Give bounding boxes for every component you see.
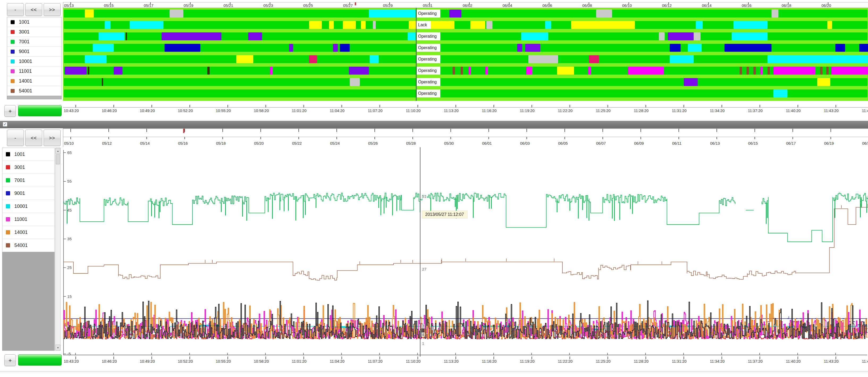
gantt-row-9001[interactable]: [64, 44, 867, 52]
date-tick: [412, 129, 413, 132]
gantt-row-1001[interactable]: [64, 9, 867, 18]
trend-zoom-plus-button[interactable]: +: [4, 354, 16, 366]
legend-item-1001[interactable]: 1001: [7, 17, 61, 27]
time-label: 10:46:20: [102, 359, 117, 364]
gantt-legend-scrollbar[interactable]: [7, 96, 62, 99]
gantt-segment: [329, 21, 334, 29]
gantt-row-10001[interactable]: [64, 55, 867, 63]
gantt-date-ruler[interactable]: 05/1305/1505/1705/1905/2105/2305/2505/27…: [63, 2, 868, 8]
time-tick: [684, 105, 684, 107]
gantt-collapse-button[interactable]: -: [7, 3, 24, 16]
gantt-range-bar[interactable]: [18, 105, 62, 116]
legend-item-label: 1001: [14, 151, 25, 157]
legend-item-3001[interactable]: 3001: [2, 161, 55, 174]
trend-scroll-right-button[interactable]: >>: [43, 130, 61, 146]
cursor-value-label: 1: [422, 341, 425, 346]
legend-item-9001[interactable]: 9001: [2, 187, 55, 200]
date-label: 06/09: [634, 141, 644, 145]
legend-item-3001[interactable]: 3001: [7, 27, 61, 37]
gantt-cursor-line[interactable]: [416, 8, 416, 101]
trend-chart[interactable]: [63, 147, 868, 356]
gantt-segment: [588, 67, 591, 75]
trend-collapse-button[interactable]: -: [7, 130, 24, 146]
legend-color-swatch: [11, 89, 14, 93]
time-tick: [456, 105, 456, 107]
scrollbar-thumb[interactable]: [56, 154, 60, 164]
gantt-segment: [724, 44, 771, 52]
time-label: 11:10:20: [406, 359, 421, 364]
gantt-segment: [470, 21, 485, 29]
date-tick-minor: [184, 137, 185, 139]
gantt-row-7001[interactable]: [64, 32, 867, 40]
gantt-segment: [453, 67, 455, 75]
scrollbar-down-button[interactable]: ▼: [56, 345, 60, 350]
gantt-segment: [340, 44, 350, 52]
legend-item-7001[interactable]: 7001: [2, 174, 55, 187]
legend-item-label: 10001: [19, 59, 32, 64]
date-tick: [451, 129, 451, 132]
gantt-scroll-left-button[interactable]: <<: [25, 3, 42, 16]
trend-scroll-left-button[interactable]: <<: [25, 130, 42, 146]
legend-item-label: 9001: [14, 191, 25, 196]
time-tick: [75, 356, 76, 359]
gantt-segment: [370, 55, 379, 63]
window-bottom-edge2: [0, 373, 868, 373]
legend-item-7001[interactable]: 7001: [7, 37, 61, 47]
date-tick-minor: [526, 137, 527, 139]
date-label: 06/05: [558, 141, 568, 145]
scrollbar-up-button[interactable]: ▲: [56, 148, 60, 154]
gantt-segment: [88, 67, 89, 75]
time-label: 11:10:20: [406, 109, 421, 113]
time-label: 11:31:20: [672, 359, 686, 364]
gantt-segment: [486, 21, 493, 29]
gantt-row-11001[interactable]: [64, 67, 867, 75]
legend-item-label: 7001: [14, 178, 25, 183]
legend-item-9001[interactable]: 9001: [7, 47, 61, 57]
legend-item-11001[interactable]: 11001: [2, 213, 55, 226]
gantt-row-3001[interactable]: [64, 21, 867, 29]
date-tick: [754, 129, 755, 132]
legend-color-swatch: [6, 152, 10, 157]
date-tick-minor: [147, 137, 147, 139]
legend-item-54001[interactable]: 54001: [2, 239, 55, 252]
date-tick-minor: [793, 137, 793, 139]
gantt-status-label: Operating: [417, 9, 440, 18]
legend-item-11001[interactable]: 11001: [7, 66, 61, 76]
time-tick: [227, 105, 228, 107]
date-label: 06/19: [824, 141, 834, 145]
trend-cursor-line[interactable]: [420, 147, 421, 356]
time-label: 11:43:20: [824, 359, 838, 364]
gantt-segment: [469, 67, 471, 75]
gantt-segment: [734, 21, 768, 29]
legend-item-14001[interactable]: 14001: [2, 226, 55, 239]
gantt-segment: [373, 21, 376, 29]
trend-range-bar[interactable]: [18, 354, 62, 366]
date-tick-minor: [260, 137, 261, 139]
legend-item-10001[interactable]: 10001: [2, 200, 55, 213]
trend-legend-filler: [2, 252, 55, 351]
legend-item-1001[interactable]: 1001: [2, 148, 55, 161]
trend-time-axis: 10:43:2010:46:2010:49:2010:52:2010:55:20…: [63, 356, 868, 365]
legend-item-10001[interactable]: 10001: [7, 57, 61, 66]
gantt-chart[interactable]: OperatingLackOperatingOperatingOperating…: [63, 8, 868, 101]
trend-legend-scrollbar[interactable]: ▲ ▼: [55, 148, 61, 351]
date-tick-minor: [374, 137, 375, 139]
time-tick: [417, 105, 418, 107]
gantt-row-14001[interactable]: [64, 78, 867, 86]
date-tick: [184, 129, 185, 132]
gantt-scroll-right-button[interactable]: >>: [43, 3, 61, 16]
legend-item-14001[interactable]: 14001: [7, 76, 61, 86]
time-label: 10:58:20: [254, 109, 269, 113]
time-label: 10:49:20: [140, 109, 155, 113]
legend-item-label: 3001: [19, 29, 30, 35]
time-tick: [227, 356, 228, 359]
gantt-zoom-plus-button[interactable]: +: [4, 105, 16, 117]
time-tick: [342, 105, 342, 107]
time-label: 11:04:20: [330, 359, 344, 364]
gantt-row-54001[interactable]: [64, 90, 867, 97]
legend-item-54001[interactable]: 54001: [7, 86, 61, 96]
gantt-segment: [93, 44, 114, 52]
trend-date-ruler[interactable]: 05/1005/1205/1405/1605/1805/2005/2205/24…: [63, 128, 868, 147]
time-label: 11:13:20: [444, 359, 459, 364]
link-panels-checkbox[interactable]: ✓: [3, 122, 7, 127]
